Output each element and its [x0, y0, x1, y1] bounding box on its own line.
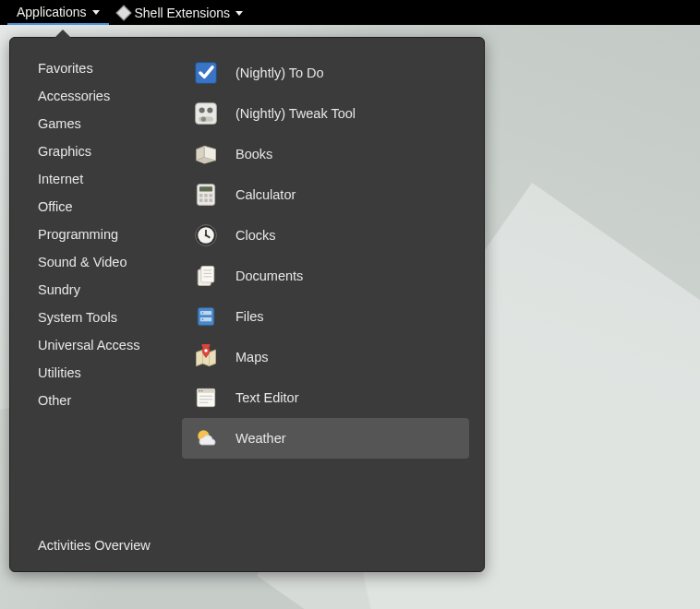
- maps-icon: [193, 344, 219, 370]
- category-item[interactable]: Universal Access: [18, 331, 175, 359]
- weather-icon: [193, 425, 219, 451]
- svg-point-27: [202, 312, 204, 314]
- category-label: Sundry: [38, 282, 80, 297]
- application-label: Files: [235, 309, 264, 324]
- applications-menu-button[interactable]: Applications: [7, 0, 109, 25]
- svg-rect-12: [204, 198, 208, 202]
- applications-menu-body: FavoritesAccessoriesGamesGraphicsInterne…: [18, 49, 477, 525]
- applications-menu-popup: FavoritesAccessoriesGamesGraphicsInterne…: [9, 37, 485, 572]
- svg-point-28: [202, 318, 204, 320]
- category-label: Programming: [38, 227, 118, 242]
- books-icon: [193, 141, 219, 167]
- application-label: (Nightly) To Do: [235, 66, 324, 80]
- svg-rect-13: [210, 198, 213, 202]
- category-label: Office: [38, 199, 73, 214]
- category-item[interactable]: Programming: [18, 221, 175, 248]
- application-label: (Nightly) Tweak Tool: [235, 106, 356, 121]
- category-label: Accessories: [38, 89, 110, 103]
- application-item[interactable]: Calculator: [182, 174, 469, 215]
- svg-rect-9: [204, 194, 208, 197]
- category-item[interactable]: Sound & Video: [18, 248, 175, 276]
- svg-point-33: [201, 390, 203, 392]
- category-item[interactable]: Graphics: [18, 137, 175, 165]
- application-item[interactable]: (Nightly) Tweak Tool: [182, 93, 469, 134]
- chevron-down-icon: [235, 11, 243, 16]
- svg-point-2: [199, 107, 205, 113]
- calculator-icon: [193, 182, 219, 208]
- shell-extensions-menu-button[interactable]: Shell Extensions: [109, 0, 253, 25]
- application-label: Weather: [235, 431, 286, 446]
- svg-point-32: [199, 390, 200, 392]
- category-item[interactable]: Games: [18, 110, 175, 137]
- tweak-icon: [193, 101, 219, 126]
- category-item[interactable]: Office: [18, 193, 175, 221]
- shell-extensions-icon: [115, 5, 131, 20]
- category-item[interactable]: Utilities: [18, 359, 175, 387]
- application-item[interactable]: Text Editor: [182, 377, 469, 418]
- category-label: Games: [38, 116, 81, 131]
- category-item[interactable]: Sundry: [18, 276, 175, 304]
- application-item[interactable]: (Nightly) To Do: [182, 53, 469, 93]
- application-item[interactable]: Maps: [182, 337, 469, 377]
- shell-extensions-label: Shell Extensions: [135, 6, 231, 20]
- svg-rect-8: [199, 194, 203, 197]
- category-label: Universal Access: [38, 338, 139, 352]
- application-label: Clocks: [235, 228, 276, 243]
- application-label: Text Editor: [235, 390, 299, 405]
- category-label: Utilities: [38, 365, 81, 380]
- svg-rect-10: [210, 194, 213, 197]
- category-item[interactable]: Favorites: [18, 54, 175, 82]
- application-list: (Nightly) To Do(Nightly) Tweak ToolBooks…: [175, 49, 477, 525]
- category-label: Other: [38, 393, 71, 408]
- svg-point-18: [205, 234, 208, 237]
- category-item[interactable]: Accessories: [18, 82, 175, 110]
- svg-point-5: [201, 117, 206, 122]
- clocks-icon: [193, 222, 219, 248]
- category-label: Favorites: [38, 61, 93, 76]
- application-label: Books: [235, 147, 272, 161]
- category-label: Internet: [38, 172, 83, 186]
- application-item[interactable]: Weather: [182, 418, 469, 459]
- application-item[interactable]: Clocks: [182, 215, 469, 256]
- application-label: Documents: [235, 269, 303, 283]
- todo-icon: [193, 60, 219, 86]
- top-panel: Applications Shell Extensions: [0, 0, 700, 25]
- category-item[interactable]: Internet: [18, 165, 175, 193]
- application-item[interactable]: Books: [182, 134, 469, 174]
- svg-point-29: [204, 349, 208, 352]
- application-item[interactable]: Documents: [182, 256, 469, 296]
- files-icon: [193, 304, 219, 329]
- svg-rect-24: [198, 307, 214, 325]
- category-label: Sound & Video: [38, 255, 127, 269]
- svg-point-3: [207, 107, 212, 113]
- category-list: FavoritesAccessoriesGamesGraphicsInterne…: [18, 49, 175, 525]
- application-label: Calculator: [235, 187, 296, 202]
- activities-overview-item[interactable]: Activities Overview: [18, 525, 477, 564]
- activities-label: Activities Overview: [38, 538, 151, 553]
- texteditor-icon: [193, 385, 219, 411]
- category-item[interactable]: System Tools: [18, 304, 175, 331]
- chevron-down-icon: [92, 10, 100, 15]
- svg-rect-11: [199, 198, 203, 202]
- documents-icon: [193, 263, 219, 289]
- applications-label: Applications: [17, 5, 87, 19]
- category-label: System Tools: [38, 310, 117, 325]
- category-item[interactable]: Other: [18, 387, 175, 414]
- application-label: Maps: [235, 350, 268, 364]
- category-label: Graphics: [38, 144, 91, 159]
- svg-rect-7: [199, 186, 212, 191]
- svg-rect-20: [201, 267, 214, 283]
- application-item[interactable]: Files: [182, 296, 469, 337]
